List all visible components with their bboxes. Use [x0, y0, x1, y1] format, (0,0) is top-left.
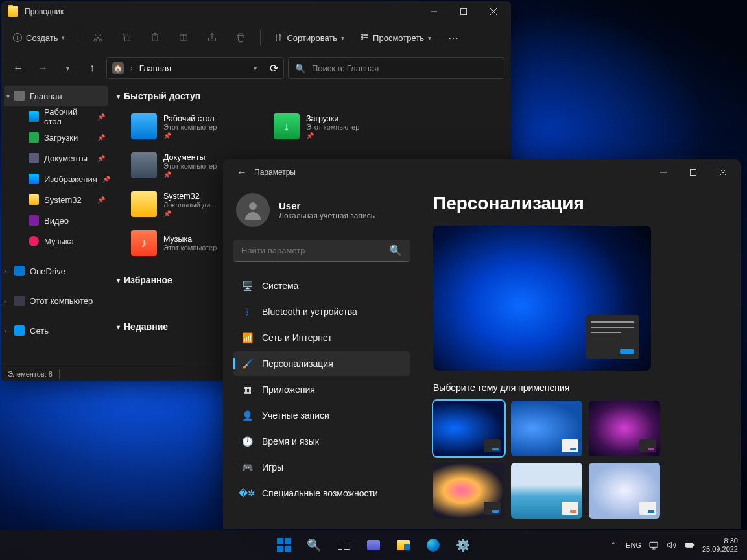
nav-item-accessibility[interactable]: �✲Специальные возможности: [233, 481, 410, 506]
windows-icon: [277, 538, 291, 552]
video-icon: [29, 215, 39, 226]
svg-rect-0: [461, 9, 467, 15]
edge-button[interactable]: [420, 532, 446, 558]
sidebar-item-thispc[interactable]: ›Этот компьютер: [1, 290, 110, 311]
share-button[interactable]: [199, 27, 225, 49]
tray-chevron[interactable]: ˄: [608, 539, 619, 551]
settings-content: Персонализация Выберите тему для примене…: [418, 185, 741, 529]
settings-search[interactable]: 🔍: [233, 240, 410, 262]
cut-button[interactable]: [85, 27, 111, 49]
sidebar-item-downloads[interactable]: Загрузки📌: [1, 127, 110, 148]
minimize-button[interactable]: [419, 1, 449, 22]
minimize-button[interactable]: [648, 162, 678, 183]
task-view-button[interactable]: [331, 532, 357, 558]
sidebar-item-video[interactable]: Видео: [1, 210, 110, 231]
language-indicator[interactable]: ENG: [626, 541, 641, 549]
theme-tile-glow[interactable]: [589, 463, 660, 519]
nav-item-time[interactable]: 🕐Время и язык: [233, 429, 410, 454]
back-button[interactable]: ←: [8, 58, 29, 78]
close-button[interactable]: [708, 162, 738, 183]
battery-tray-icon[interactable]: [684, 539, 696, 551]
sort-button[interactable]: Сортировать ▾: [267, 27, 351, 49]
theme-tile-light-blue[interactable]: [511, 401, 582, 456]
nav-item-network[interactable]: 📶Сеть и Интернет: [233, 325, 410, 350]
breadcrumb[interactable]: Главная: [139, 64, 171, 73]
forward-button[interactable]: →: [32, 58, 53, 78]
search-input[interactable]: 🔍 Поиск в: Главная: [288, 57, 504, 79]
pin-icon: 📌: [306, 132, 359, 139]
file-item-downloads[interactable]: ↓ ЗагрузкиЭтот компьютер📌: [271, 109, 401, 144]
nav-label: Игры: [262, 462, 283, 472]
rename-button[interactable]: [171, 27, 196, 49]
chevron-down-icon: ▾: [117, 277, 120, 284]
documents-icon: [29, 153, 39, 163]
paste-button[interactable]: [142, 27, 168, 49]
refresh-button[interactable]: ⟳: [270, 62, 278, 75]
clock-time: 8:30: [702, 537, 738, 545]
sidebar-item-network[interactable]: ›Сеть: [1, 320, 110, 341]
theme-tile-purple[interactable]: [589, 401, 660, 456]
file-item-desktop[interactable]: Рабочий столЭтот компьютер📌: [128, 109, 258, 144]
up-button[interactable]: ↑: [82, 58, 102, 78]
sidebar-item-desktop[interactable]: Рабочий стол📌: [1, 106, 110, 127]
gamepad-icon: 🎮: [241, 461, 253, 473]
nav-label: Приложения: [262, 384, 315, 395]
search-placeholder: Поиск в: Главная: [312, 64, 379, 73]
start-button[interactable]: [271, 532, 297, 558]
maximize-button[interactable]: [678, 162, 708, 183]
close-button[interactable]: [479, 1, 508, 22]
network-tray-icon[interactable]: [648, 539, 659, 551]
settings-taskbar-button[interactable]: ⚙️: [450, 532, 476, 558]
nav-item-system[interactable]: 🖥️Система: [233, 274, 410, 298]
settings-sidebar: User Локальная учетная запись 🔍 🖥️Систем…: [223, 185, 418, 529]
chevron-down-icon: ▾: [6, 93, 10, 100]
svg-rect-3: [125, 36, 130, 41]
view-icon: [360, 33, 369, 42]
downloads-icon: [29, 132, 39, 143]
svg-rect-8: [364, 34, 368, 35]
recent-dropdown[interactable]: ▾: [57, 58, 78, 78]
maximize-button[interactable]: [449, 1, 479, 22]
sidebar-item-pictures[interactable]: Изображения📌: [1, 169, 110, 189]
nav-item-bluetooth[interactable]: ᛒBluetooth и устройства: [233, 299, 410, 324]
nav-item-personalization[interactable]: 🖌️Персонализация: [233, 351, 410, 376]
file-location: Этот компьютер: [163, 123, 217, 131]
explorer-taskbar-button[interactable]: [390, 532, 416, 558]
theme-tile-sunrise[interactable]: [511, 463, 582, 519]
nav-label: Время и язык: [262, 436, 319, 447]
sidebar-item-label: Музыка: [44, 237, 74, 246]
theme-tile-dark-blue[interactable]: [433, 401, 504, 456]
back-button[interactable]: ←: [232, 163, 252, 182]
file-location: Локальный ди...: [163, 201, 217, 209]
address-bar[interactable]: 🏠 › Главная ▾ ⟳: [106, 57, 284, 79]
volume-tray-icon[interactable]: [666, 539, 678, 551]
folder-icon: [131, 113, 157, 139]
view-button[interactable]: Просмотреть ▾: [353, 27, 438, 49]
theme-tile-flow[interactable]: [433, 463, 504, 519]
new-button[interactable]: + Создать ▾: [6, 27, 71, 49]
chevron-right-icon: ›: [4, 268, 6, 275]
chat-button[interactable]: [361, 532, 386, 558]
more-button[interactable]: ⋯: [440, 27, 466, 49]
sidebar-item-system32[interactable]: System32📌: [1, 189, 110, 210]
sidebar-item-music[interactable]: Музыка: [1, 231, 110, 251]
sidebar-item-onedrive[interactable]: ›OneDrive: [1, 261, 110, 281]
user-block[interactable]: User Локальная учетная запись: [233, 188, 410, 240]
sidebar-item-documents[interactable]: Документы📌: [1, 148, 110, 169]
copy-button[interactable]: [113, 27, 139, 49]
nav-item-accounts[interactable]: 👤Учетные записи: [233, 403, 410, 428]
nav-item-gaming[interactable]: 🎮Игры: [233, 455, 410, 480]
folder-icon: [397, 540, 410, 550]
delete-button[interactable]: [228, 27, 254, 49]
nav-item-apps[interactable]: ▦Приложения: [233, 377, 410, 402]
sidebar-item-label: Документы: [44, 154, 88, 163]
pin-icon: 📌: [97, 113, 105, 121]
section-quick-access[interactable]: ▾Быстрый доступ: [117, 86, 504, 106]
search-input[interactable]: [241, 246, 389, 255]
chevron-down-icon[interactable]: ▾: [254, 65, 257, 72]
search-button[interactable]: 🔍: [301, 532, 327, 558]
sidebar-item-label: OneDrive: [30, 266, 65, 276]
clock[interactable]: 8:30 25.09.2022: [702, 537, 738, 554]
separator: [78, 30, 78, 45]
sidebar-item-home[interactable]: ▾ Главная: [4, 86, 108, 106]
